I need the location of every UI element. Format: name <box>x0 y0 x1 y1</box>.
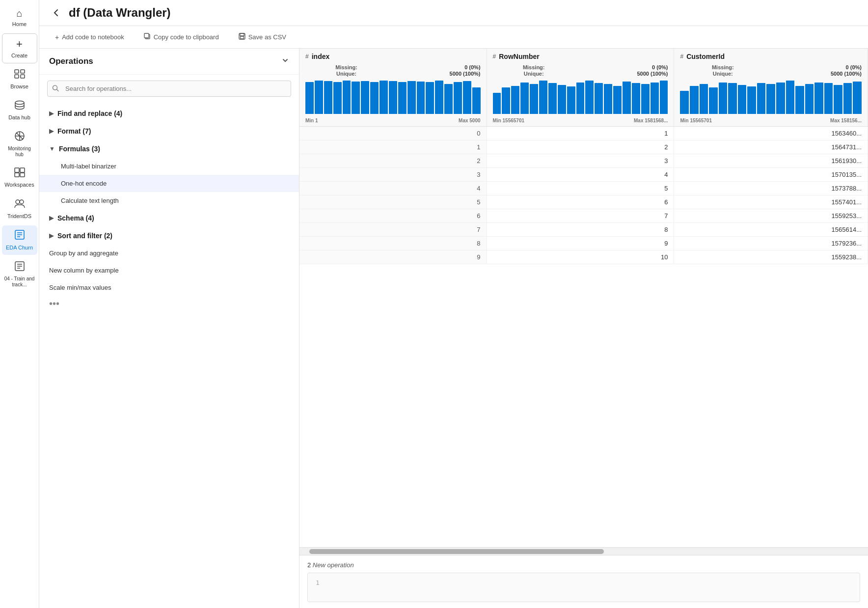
op-item-scale-minmax-text: Scale min/max values <box>49 284 111 291</box>
sidebar-item-datahub[interactable]: Data hub <box>2 96 37 125</box>
sidebar-label-create: Create <box>11 53 27 59</box>
cell-customerid: 1559238... <box>674 250 868 264</box>
op-group-sort-filter-label: Sort and filter (2) <box>57 232 112 240</box>
cell-rownumber: 5 <box>487 182 674 195</box>
chart-max-rn: Max 1581568... <box>634 118 668 123</box>
sidebar-item-tridentds[interactable]: TridentDS <box>2 194 37 223</box>
operations-header: Operations <box>39 49 299 75</box>
search-input[interactable] <box>47 81 291 97</box>
sidebar-item-monitoring[interactable]: Monitoring hub <box>2 127 37 162</box>
col-type-numeric-icon-rn: # <box>493 53 496 60</box>
workspaces-icon <box>14 167 25 180</box>
add-code-label: Add code to notebook <box>62 33 124 41</box>
col-missing-val-ci: 0 (0%) <box>767 64 862 70</box>
col-missing-val-index: 0 (0%) <box>389 64 480 70</box>
table-row: 671559253... <box>299 209 868 223</box>
sidebar-item-edachurn[interactable]: EDA Churn <box>2 225 37 255</box>
col-type-numeric-icon: # <box>305 53 309 60</box>
data-table-container[interactable]: # index Missing: 0 (0%) Unique: 5000 (10… <box>299 49 868 547</box>
save-csv-button[interactable]: Save as CSV <box>235 31 290 43</box>
sidebar-item-browse[interactable]: Browse <box>2 65 37 94</box>
cell-index: 9 <box>299 250 487 264</box>
cell-customerid: 1559253... <box>674 209 868 223</box>
save-icon <box>239 33 245 41</box>
col-chart-customerid <box>674 79 868 118</box>
sidebar: ⌂ Home + Create Browse Data hub Monitori… <box>0 0 39 608</box>
cell-index: 6 <box>299 209 487 223</box>
datahub-icon <box>14 100 25 112</box>
collapse-operations-button[interactable] <box>281 56 289 66</box>
horizontal-scrollbar[interactable] <box>299 547 868 555</box>
sidebar-item-create[interactable]: + Create <box>2 33 37 63</box>
main-content: df (Data Wrangler) + Add code to noteboo… <box>39 0 868 608</box>
op-item-multi-label[interactable]: Multi-label binarizer <box>39 158 299 175</box>
op-group-find-replace-label: Find and replace (4) <box>57 110 122 117</box>
col-unique-val-index: 5000 (100%) <box>389 71 480 77</box>
chart-min-ci: Min 15565701 <box>680 118 712 123</box>
monitoring-icon <box>14 131 25 144</box>
col-unique-label-rn: Unique: <box>493 71 575 77</box>
add-code-button[interactable]: + Add code to notebook <box>51 31 128 43</box>
scrollbar-thumb[interactable] <box>309 549 604 554</box>
op-group-formulas[interactable]: ▼ Formulas (3) <box>39 140 299 158</box>
svg-rect-9 <box>15 168 19 172</box>
cell-index: 3 <box>299 168 487 182</box>
op-item-calc-text-text: Calculate text length <box>61 197 119 204</box>
cell-index: 7 <box>299 223 487 237</box>
svg-rect-1 <box>15 75 19 78</box>
op-item-group-agg[interactable]: Group by and aggregate <box>39 245 299 262</box>
chevron-down-icon-formulas: ▼ <box>49 145 55 152</box>
cell-rownumber: 3 <box>487 154 674 168</box>
cell-rownumber: 9 <box>487 237 674 250</box>
cell-index: 0 <box>299 127 487 140</box>
op-item-more[interactable]: ••• <box>39 296 299 314</box>
op-group-schema-label: Schema (4) <box>57 214 94 222</box>
op-item-new-col[interactable]: New column by example <box>39 262 299 279</box>
cell-rownumber: 4 <box>487 168 674 182</box>
table-row: 451573788... <box>299 182 868 195</box>
col-type-numeric-icon-ci: # <box>680 53 683 60</box>
sidebar-item-train[interactable]: 04 - Train and track... <box>2 257 37 292</box>
svg-rect-26 <box>240 33 244 36</box>
code-editor[interactable]: 1 <box>307 573 860 602</box>
tridentds-icon <box>14 198 26 211</box>
sidebar-item-workspaces[interactable]: Workspaces <box>2 164 37 192</box>
cell-customerid: 1565614... <box>674 223 868 237</box>
col-header-index: # index Missing: 0 (0%) Unique: 5000 (10… <box>299 49 487 127</box>
sidebar-label-home: Home <box>12 21 27 28</box>
sidebar-item-home[interactable]: ⌂ Home <box>2 4 37 31</box>
edachurn-icon <box>14 229 25 243</box>
add-code-icon: + <box>55 33 59 41</box>
table-row: 231561930... <box>299 154 868 168</box>
col-name-rownumber: RowNumber <box>499 53 539 60</box>
col-name-index: index <box>312 53 330 60</box>
op-item-new-col-text: New column by example <box>49 267 119 274</box>
op-group-sort-filter[interactable]: ▶ Sort and filter (2) <box>39 227 299 245</box>
browse-icon <box>14 69 25 82</box>
col-header-customerid: # CustomerId Missing: 0 (0%) Unique: 500… <box>674 49 868 127</box>
op-item-calc-text[interactable]: Calculate text length <box>39 192 299 209</box>
op-item-scale-minmax[interactable]: Scale min/max values <box>39 279 299 296</box>
svg-rect-3 <box>21 75 25 78</box>
op-group-format[interactable]: ▶ Format (7) <box>39 122 299 140</box>
sidebar-label-workspaces: Workspaces <box>4 182 34 188</box>
cell-customerid: 1557401... <box>674 195 868 209</box>
op-group-format-label: Format (7) <box>57 127 91 135</box>
data-table: # index Missing: 0 (0%) Unique: 5000 (10… <box>299 49 868 264</box>
back-button[interactable] <box>51 8 61 18</box>
copy-code-button[interactable]: Copy code to clipboard <box>140 31 223 43</box>
new-op-number: 2 <box>307 561 311 569</box>
op-group-find-replace[interactable]: ▶ Find and replace (4) <box>39 105 299 122</box>
op-item-one-hot[interactable]: One-hot encode <box>39 175 299 192</box>
cell-rownumber: 6 <box>487 195 674 209</box>
col-unique-label-ci: Unique: <box>680 71 765 77</box>
cell-customerid: 1563460... <box>674 127 868 140</box>
table-row: 561557401... <box>299 195 868 209</box>
chart-min-index: Min 1 <box>305 118 318 123</box>
table-row: 341570135... <box>299 168 868 182</box>
op-item-one-hot-text: One-hot encode <box>61 180 107 187</box>
copy-code-label: Copy code to clipboard <box>154 33 219 41</box>
operations-title: Operations <box>49 56 93 66</box>
op-group-schema[interactable]: ▶ Schema (4) <box>39 209 299 227</box>
save-csv-label: Save as CSV <box>248 33 286 41</box>
